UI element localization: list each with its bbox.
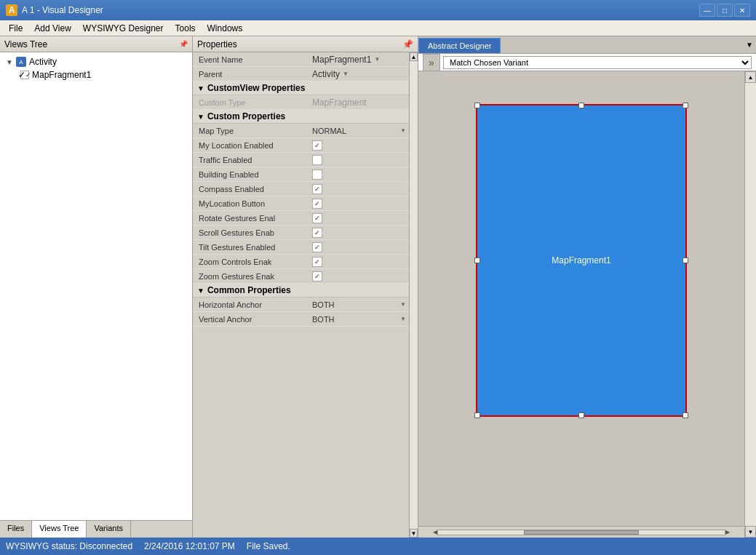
properties-list: Event Name MapFragment1 ▼ Parent Activit…: [193, 52, 409, 538]
h-scrollbar-thumb[interactable]: [524, 530, 639, 535]
window-controls[interactable]: — □ ✕: [699, 4, 750, 17]
mapfragment-checkbox[interactable]: ✓: [20, 71, 29, 79]
variant-select[interactable]: Match Chosen Variant: [443, 56, 752, 69]
rotate-gestures-checkbox[interactable]: ✓: [312, 213, 322, 223]
prop-rotate-gestures[interactable]: Rotate Gestures Enal ✓: [193, 211, 409, 225]
handle-bottom-center[interactable]: [578, 412, 584, 418]
canvas-tab-bar: Abstract Designer ▼: [418, 36, 756, 54]
my-location-checkbox[interactable]: ✓: [312, 140, 322, 151]
nav-forward-btn[interactable]: »: [423, 54, 440, 71]
compass-checkbox[interactable]: ✓: [312, 184, 322, 194]
h-scrollbar-track[interactable]: [437, 530, 725, 535]
prop-zoom-gestures-label: Zoom Gestures Enak: [193, 271, 309, 282]
menu-tools[interactable]: Tools: [170, 22, 202, 35]
canvas-scrollbar-v[interactable]: ▲ ▼: [744, 71, 756, 538]
mylocation-btn-checkbox[interactable]: ✓: [312, 199, 322, 209]
prop-custom-type[interactable]: Custom Type MapFragment: [193, 95, 409, 110]
prop-h-anchor-value[interactable]: BOTH ▼: [309, 299, 409, 311]
props-scrollbar[interactable]: ▲ ▼: [409, 52, 418, 538]
views-tree-pin[interactable]: 📌: [179, 40, 188, 48]
prop-tilt-gestures[interactable]: Tilt Gestures Enabled ✓: [193, 240, 409, 255]
prop-parent-value[interactable]: Activity ▼: [309, 68, 409, 81]
section-common-props-collapse[interactable]: ▼: [197, 287, 204, 295]
designer-canvas: MapFragment1: [465, 93, 698, 428]
traffic-checkbox[interactable]: [312, 155, 322, 165]
handle-bottom-left[interactable]: [474, 412, 480, 418]
h-anchor-arrow: ▼: [400, 301, 406, 308]
scroll-gestures-checkbox[interactable]: ✓: [312, 228, 322, 238]
prop-event-name-value[interactable]: MapFragment1 ▼: [309, 53, 409, 66]
building-checkbox[interactable]: [312, 169, 322, 180]
menu-windows[interactable]: Windows: [202, 22, 249, 35]
prop-my-location-enabled[interactable]: My Location Enabled ✓: [193, 138, 409, 153]
tree-expand-icon: ▼: [6, 58, 13, 66]
zoom-controls-checkbox[interactable]: ✓: [312, 257, 322, 267]
prop-event-name[interactable]: Event Name MapFragment1 ▼: [193, 52, 409, 67]
props-scroll-down[interactable]: ▼: [410, 529, 418, 538]
tab-variants[interactable]: Variants: [87, 521, 131, 538]
prop-parent[interactable]: Parent Activity ▼: [193, 67, 409, 81]
handle-right-center[interactable]: [683, 257, 688, 263]
tab-files[interactable]: Files: [0, 521, 32, 538]
prop-mylocation-button[interactable]: MyLocation Button ✓: [193, 196, 409, 211]
activity-icon: A: [16, 57, 26, 67]
properties-pin[interactable]: 📌: [402, 39, 413, 49]
section-customview-collapse[interactable]: ▼: [197, 84, 204, 92]
map-widget-label: MapFragment1: [552, 255, 610, 265]
canvas-tab-dropdown[interactable]: ▼: [746, 41, 753, 49]
handle-bottom-right[interactable]: [683, 412, 688, 418]
prop-h-anchor-label: Horizontal Anchor: [193, 299, 309, 311]
handle-top-center[interactable]: [578, 103, 584, 108]
prop-parent-label: Parent: [193, 68, 309, 80]
mapfragment-label: MapFragment1: [32, 70, 91, 80]
prop-map-type-value[interactable]: NORMAL ▼: [309, 125, 409, 137]
scroll-down-arrow[interactable]: ▼: [745, 526, 756, 538]
properties-panel: Properties 📌 Event Name MapFragment1 ▼ P…: [193, 36, 418, 538]
handle-top-right[interactable]: [683, 103, 688, 108]
prop-traffic-enabled[interactable]: Traffic Enabled: [193, 153, 409, 167]
tree-item-mapfragment[interactable]: ✓ MapFragment1: [3, 68, 189, 81]
prop-compass-enabled[interactable]: Compass Enabled ✓: [193, 182, 409, 196]
menu-wysiwyg[interactable]: WYSIWYG Designer: [77, 22, 170, 35]
minimize-button[interactable]: —: [699, 4, 715, 17]
prop-v-anchor-value[interactable]: BOTH ▼: [309, 314, 409, 325]
props-scroll-up[interactable]: ▲: [410, 52, 418, 61]
tree-item-activity[interactable]: ▼ A Activity: [3, 55, 189, 68]
v-anchor-arrow: ▼: [400, 316, 406, 322]
prop-map-type[interactable]: Map Type NORMAL ▼: [193, 124, 409, 138]
parent-dropdown-arrow: ▼: [343, 71, 349, 77]
section-custom-props-collapse[interactable]: ▼: [197, 113, 204, 121]
prop-event-name-label: Event Name: [193, 54, 309, 65]
abstract-designer-tab[interactable]: Abstract Designer: [418, 38, 501, 53]
prop-building-enabled[interactable]: Building Enabled: [193, 167, 409, 182]
maximize-button[interactable]: □: [717, 4, 733, 17]
tab-views-tree[interactable]: Views Tree: [32, 521, 87, 538]
menu-file[interactable]: File: [3, 22, 28, 35]
prop-zoom-controls[interactable]: Zoom Controls Enak ✓: [193, 255, 409, 269]
map-fragment-widget[interactable]: MapFragment1: [476, 104, 687, 417]
views-tree-title: Views Tree: [4, 39, 47, 49]
canvas-area: MapFragment1: [418, 71, 744, 526]
scroll-right-arrow[interactable]: ▶: [725, 529, 730, 535]
properties-header: Properties 📌: [193, 36, 418, 52]
event-name-dropdown-arrow: ▼: [374, 56, 380, 63]
prop-zoom-gestures[interactable]: Zoom Gestures Enak ✓: [193, 269, 409, 284]
canvas-variant-bar: » Match Chosen Variant: [418, 54, 756, 71]
left-panel: Views Tree 📌 ▼ A Activity ✓ MapFragment1…: [0, 36, 193, 538]
handle-left-center[interactable]: [474, 257, 480, 263]
section-customview: ▼ CustomView Properties: [193, 81, 409, 95]
handle-top-left[interactable]: [474, 103, 480, 108]
prop-horizontal-anchor[interactable]: Horizontal Anchor BOTH ▼: [193, 298, 409, 312]
prop-vertical-anchor[interactable]: Vertical Anchor BOTH ▼: [193, 312, 409, 327]
close-button[interactable]: ✕: [734, 4, 750, 17]
zoom-gestures-checkbox[interactable]: ✓: [312, 271, 322, 282]
left-tab-bar: Files Views Tree Variants: [0, 520, 192, 538]
tilt-gestures-checkbox[interactable]: ✓: [312, 242, 322, 252]
menu-add-view[interactable]: Add View: [28, 22, 76, 35]
props-scroll-thumb[interactable]: [410, 61, 418, 529]
v-scrollbar-thumb[interactable]: [745, 83, 756, 526]
prop-scroll-gestures[interactable]: Scroll Gestures Enab ✓: [193, 225, 409, 240]
views-tree-header: Views Tree 📌: [0, 36, 192, 52]
scroll-up-arrow[interactable]: ▲: [745, 71, 756, 83]
canvas-scrollbar-h[interactable]: ◀ ▶: [418, 526, 744, 538]
